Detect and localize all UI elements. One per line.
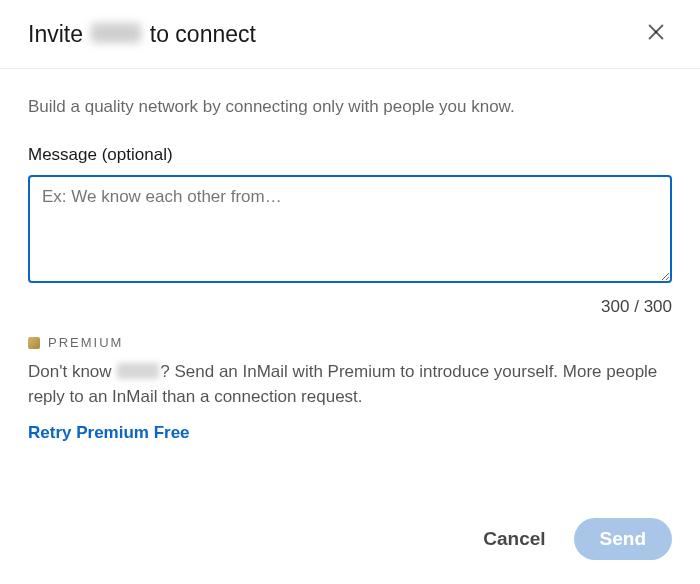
invite-modal: Invite to connect Build a quality networ…: [0, 0, 700, 584]
char-counter: 300 / 300: [28, 297, 672, 317]
redacted-name-small: [117, 363, 159, 379]
close-icon: [645, 21, 667, 47]
modal-title: Invite to connect: [28, 21, 256, 48]
title-suffix: to connect: [143, 21, 256, 47]
premium-icon: [28, 337, 40, 349]
modal-header: Invite to connect: [0, 0, 700, 69]
message-label: Message (optional): [28, 145, 672, 165]
redacted-name: [91, 23, 141, 43]
modal-footer: Cancel Send: [0, 498, 700, 584]
premium-badge-label: PREMIUM: [48, 335, 123, 350]
premium-text-prefix: Don't know: [28, 362, 116, 381]
cancel-button[interactable]: Cancel: [469, 518, 559, 560]
title-prefix: Invite: [28, 21, 89, 47]
retry-premium-link[interactable]: Retry Premium Free: [28, 423, 190, 442]
modal-body: Build a quality network by connecting on…: [0, 69, 700, 498]
premium-badge-row: PREMIUM: [28, 335, 672, 350]
send-button[interactable]: Send: [574, 518, 672, 560]
subtitle-text: Build a quality network by connecting on…: [28, 97, 672, 117]
message-input[interactable]: [28, 175, 672, 283]
premium-upsell-text: Don't know ? Send an InMail with Premium…: [28, 360, 672, 409]
close-button[interactable]: [640, 18, 672, 50]
